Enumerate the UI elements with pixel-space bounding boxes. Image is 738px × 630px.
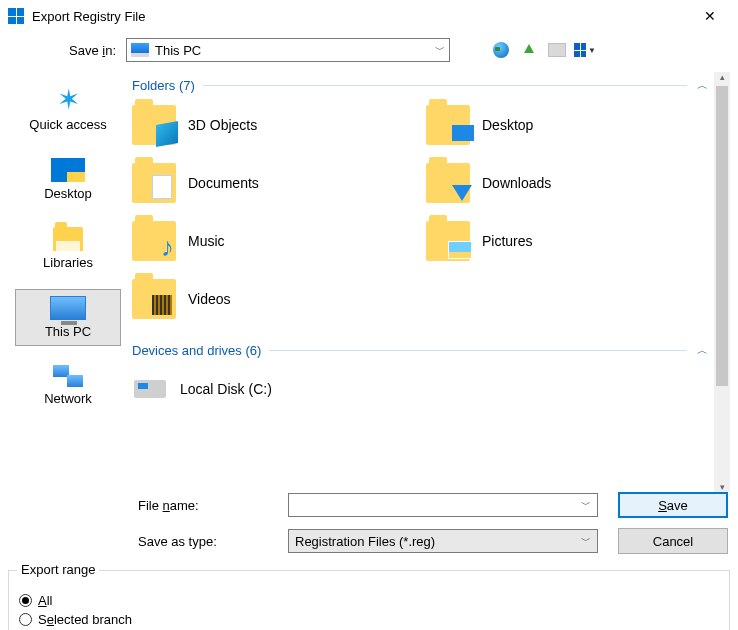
section-title: Folders (7) <box>132 78 195 93</box>
section-title: Devices and drives (6) <box>132 343 261 358</box>
chevron-down-icon: ▼ <box>588 46 596 55</box>
folder-icon <box>132 163 176 203</box>
file-listing[interactable]: Folders (7) ︿ 3D Objects Desktop Documen… <box>128 72 714 492</box>
type-label: Save as type: <box>138 534 268 549</box>
folder-label: Music <box>188 233 225 249</box>
back-button[interactable] <box>490 39 512 61</box>
folder-downloads[interactable]: Downloads <box>426 163 710 203</box>
folder-label: Documents <box>188 175 259 191</box>
toolbar: ▼ <box>490 39 596 61</box>
folder-icon <box>426 163 470 203</box>
drive-label: Local Disk (C:) <box>180 381 272 397</box>
place-network[interactable]: Network <box>15 358 121 413</box>
folders-section-header[interactable]: Folders (7) ︿ <box>132 76 710 95</box>
place-label: Desktop <box>44 186 92 201</box>
place-desktop[interactable]: Desktop <box>15 151 121 208</box>
window-title: Export Registry File <box>32 9 690 24</box>
folder-icon <box>426 221 470 261</box>
filename-row: File name: ﹀ Save <box>10 492 728 518</box>
folder-label: Desktop <box>482 117 533 133</box>
place-label: This PC <box>45 324 91 339</box>
up-folder-button[interactable] <box>518 39 540 61</box>
folder-open-icon <box>548 43 566 57</box>
place-libraries[interactable]: Libraries <box>15 220 121 277</box>
chevron-down-icon: ﹀ <box>581 498 591 512</box>
divider <box>269 350 687 351</box>
folder-videos[interactable]: Videos <box>132 279 416 319</box>
title-bar: Export Registry File ✕ <box>0 0 738 32</box>
folder-icon <box>132 221 176 261</box>
radio-selected-branch[interactable]: Selected branch <box>19 612 719 627</box>
folder-documents[interactable]: Documents <box>132 163 416 203</box>
folder-3d-objects[interactable]: 3D Objects <box>132 105 416 145</box>
save-in-row: Save in: This PC ﹀ ▼ <box>0 32 738 72</box>
radio-all[interactable]: All <box>19 593 719 608</box>
radio-all-label: All <box>38 593 52 608</box>
scrollbar-thumb[interactable] <box>716 86 728 386</box>
place-quick-access[interactable]: ✶ Quick access <box>15 78 121 139</box>
places-bar: ✶ Quick access Desktop Libraries This PC… <box>8 72 128 492</box>
folder-icon <box>132 105 176 145</box>
views-button[interactable]: ▼ <box>574 39 596 61</box>
place-label: Network <box>44 391 92 406</box>
place-label: Libraries <box>43 255 93 270</box>
folder-pictures[interactable]: Pictures <box>426 221 710 261</box>
divider <box>203 85 687 86</box>
close-button[interactable]: ✕ <box>690 8 730 24</box>
cancel-button[interactable]: Cancel <box>618 528 728 554</box>
this-pc-icon <box>50 296 86 320</box>
save-in-combo[interactable]: This PC ﹀ <box>126 38 450 62</box>
chevron-down-icon: ﹀ <box>581 534 591 548</box>
type-row: Save as type: Registration Files (*.reg)… <box>10 528 728 554</box>
chevron-down-icon: ﹀ <box>435 43 445 57</box>
radio-icon <box>19 594 32 607</box>
folder-label: Downloads <box>482 175 551 191</box>
chevron-up-icon[interactable]: ︿ <box>695 76 710 95</box>
save-in-value: This PC <box>155 43 201 58</box>
type-value: Registration Files (*.reg) <box>295 534 435 549</box>
libraries-icon <box>53 227 83 251</box>
folder-icon <box>426 105 470 145</box>
regedit-icon <box>8 8 24 24</box>
this-pc-icon <box>131 43 149 57</box>
type-combo[interactable]: Registration Files (*.reg) ﹀ <box>288 529 598 553</box>
filename-input[interactable]: ﹀ <box>288 493 598 517</box>
folder-desktop[interactable]: Desktop <box>426 105 710 145</box>
globe-back-icon <box>493 42 509 58</box>
network-icon <box>53 365 83 387</box>
new-folder-button[interactable] <box>546 39 568 61</box>
folder-icon <box>132 279 176 319</box>
folder-label: 3D Objects <box>188 117 257 133</box>
save-in-label: Save in: <box>10 43 126 58</box>
export-range-group: Export range All Selected branch <box>8 570 730 630</box>
chevron-up-icon[interactable]: ︿ <box>695 341 710 360</box>
desktop-icon <box>51 158 85 182</box>
views-grid-icon <box>574 43 586 57</box>
save-button[interactable]: Save <box>618 492 728 518</box>
drives-section-header[interactable]: Devices and drives (6) ︿ <box>132 341 710 360</box>
filename-label: File name: <box>138 498 268 513</box>
folder-label: Videos <box>188 291 231 307</box>
radio-icon <box>19 613 32 626</box>
drive-icon <box>134 380 166 398</box>
drive-local-c[interactable]: Local Disk (C:) <box>128 370 710 398</box>
export-range-legend: Export range <box>17 562 99 577</box>
up-arrow-icon <box>524 44 534 53</box>
folder-label: Pictures <box>482 233 533 249</box>
folder-music[interactable]: Music <box>132 221 416 261</box>
place-this-pc[interactable]: This PC <box>15 289 121 346</box>
radio-selected-label: Selected branch <box>38 612 132 627</box>
quick-access-icon: ✶ <box>54 85 82 113</box>
vertical-scrollbar[interactable] <box>714 72 730 492</box>
place-label: Quick access <box>29 117 106 132</box>
